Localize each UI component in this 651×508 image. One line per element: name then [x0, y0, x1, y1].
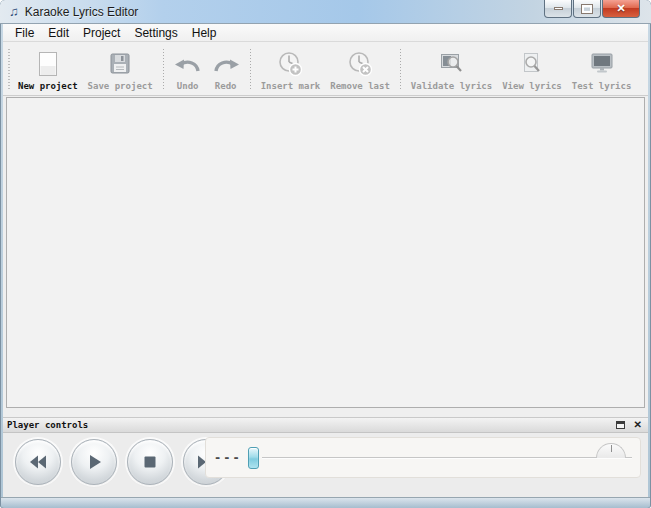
- dial-notch-icon: [611, 445, 612, 452]
- save-project-button[interactable]: Save project: [83, 45, 158, 93]
- menu-file[interactable]: File: [8, 25, 41, 41]
- toolbar: New project Save project: [3, 42, 648, 96]
- window-magnifier-icon: [438, 49, 466, 79]
- new-document-icon: [35, 49, 61, 79]
- monitor-icon: [588, 49, 616, 79]
- maximize-icon: [582, 5, 592, 13]
- play-button[interactable]: [71, 439, 117, 485]
- close-button[interactable]: ✕: [602, 0, 640, 18]
- toolbar-button-label: Save project: [88, 81, 153, 91]
- toolbar-separator: [400, 49, 401, 89]
- toolbar-button-label: Remove last: [330, 81, 390, 91]
- player-controls-panel: ---: [3, 433, 648, 497]
- toolbar-button-label: View lyrics: [502, 81, 562, 91]
- toolbar-button-label: Redo: [215, 81, 237, 91]
- menu-project[interactable]: Project: [76, 25, 127, 41]
- app-content: File Edit Project Settings Help New proj…: [3, 24, 648, 497]
- validate-lyrics-button[interactable]: Validate lyrics: [406, 45, 497, 93]
- minimize-button[interactable]: [544, 0, 572, 18]
- maximize-button[interactable]: [573, 0, 601, 18]
- menu-edit[interactable]: Edit: [41, 25, 76, 41]
- volume-dial[interactable]: [596, 443, 626, 458]
- float-window-icon[interactable]: [616, 421, 625, 429]
- time-display: ---: [214, 451, 242, 465]
- view-lyrics-button[interactable]: View lyrics: [497, 45, 567, 93]
- test-lyrics-button[interactable]: Test lyrics: [567, 45, 637, 93]
- app-window: ♫ Karaoke Lyrics Editor ✕ File Edit Proj…: [0, 0, 651, 508]
- slider-handle[interactable]: [248, 447, 259, 469]
- redo-arrow-icon: [212, 49, 240, 79]
- stop-button[interactable]: [127, 439, 173, 485]
- toolbar-button-label: Validate lyrics: [411, 81, 492, 91]
- window-bottom-frame: [1, 497, 650, 508]
- insert-mark-button[interactable]: Insert mark: [256, 45, 326, 93]
- redo-button[interactable]: Redo: [207, 45, 245, 93]
- slider-groove[interactable]: [262, 457, 632, 459]
- remove-last-button[interactable]: Remove last: [325, 45, 395, 93]
- rewind-button[interactable]: [15, 439, 61, 485]
- dock-title: Player controls: [7, 420, 616, 430]
- toolbar-button-label: Undo: [177, 81, 199, 91]
- toolbar-button-label: Test lyrics: [572, 81, 632, 91]
- new-project-button[interactable]: New project: [13, 45, 83, 93]
- menu-settings[interactable]: Settings: [127, 25, 184, 41]
- stop-icon: [140, 452, 160, 472]
- toolbar-button-label: Insert mark: [261, 81, 321, 91]
- seek-panel: ---: [205, 437, 641, 478]
- floppy-disk-icon: [107, 49, 133, 79]
- lyrics-editor[interactable]: [6, 97, 645, 408]
- menu-help[interactable]: Help: [185, 25, 224, 41]
- rewind-icon: [27, 452, 49, 472]
- player-controls-dock-header[interactable]: Player controls ✕: [3, 417, 648, 433]
- undo-arrow-icon: [174, 49, 202, 79]
- editor-container: [3, 96, 648, 417]
- document-magnifier-icon: [518, 49, 546, 79]
- music-note-icon: ♫: [9, 5, 19, 18]
- dock-close-icon[interactable]: ✕: [634, 420, 642, 430]
- window-controls: ✕: [543, 0, 640, 18]
- seek-slider[interactable]: [248, 438, 632, 477]
- play-icon: [84, 452, 104, 472]
- close-icon: ✕: [616, 3, 625, 14]
- clock-plus-icon: [276, 49, 304, 79]
- clock-remove-icon: [346, 49, 374, 79]
- window-title: Karaoke Lyrics Editor: [25, 5, 139, 19]
- undo-button[interactable]: Undo: [169, 45, 207, 93]
- toolbar-drag-handle[interactable]: [6, 49, 11, 89]
- toolbar-button-label: New project: [18, 81, 78, 91]
- menubar: File Edit Project Settings Help: [3, 24, 648, 42]
- toolbar-separator: [250, 49, 251, 89]
- minimize-icon: [554, 7, 563, 10]
- toolbar-separator: [163, 49, 164, 89]
